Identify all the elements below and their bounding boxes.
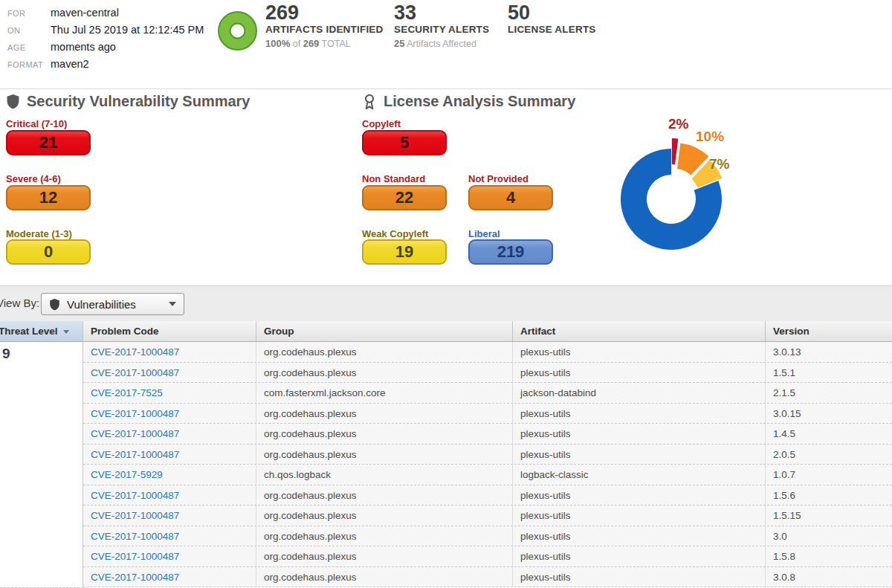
- version-cell: 2.1.5: [766, 383, 892, 403]
- threat-level-group-cell: 9: [0, 342, 83, 588]
- table-row: CVE-2017-1000487org.codehaus.plexusplexu…: [83, 567, 892, 588]
- column-header-problem-code[interactable]: Problem Code: [83, 321, 256, 341]
- donut-label-copyleft-pct: 2%: [668, 116, 688, 132]
- threat-level-header-text: Threat Level: [0, 326, 58, 337]
- chevron-down-icon: [169, 302, 176, 306]
- artifact-cell: plexus-utils: [513, 567, 766, 587]
- meta-value-repository: maven-central: [51, 7, 119, 19]
- critical-label: Critical (7-10): [6, 118, 67, 129]
- award-ribbon-icon: [362, 93, 377, 110]
- donut-label-nonstandard-pct: 10%: [696, 129, 724, 145]
- view-by-dropdown[interactable]: Vulnerabilities: [41, 293, 184, 315]
- group-cell: org.codehaus.plexus: [256, 363, 513, 383]
- problem-code-link[interactable]: CVE-2017-1000487: [83, 445, 256, 465]
- meta-row: FOR maven-central: [7, 7, 204, 24]
- artifact-cell: plexus-utils: [513, 485, 766, 505]
- liberal-count-box: 219: [468, 239, 553, 265]
- security-alerts-subtext: 25 Artifacts Affected: [394, 38, 489, 49]
- weak-copyleft-label: Weak Copyleft: [362, 228, 428, 239]
- security-alerts-count: 33: [394, 4, 489, 22]
- license-alerts-label: LICENSE ALERTS: [508, 24, 596, 35]
- version-cell: 2.0.5: [766, 445, 892, 465]
- non-standard-label: Non Standard: [362, 173, 425, 184]
- artifacts-subtext: 100% of 269 TOTAL: [265, 38, 384, 49]
- group-cell: org.codehaus.plexus: [256, 546, 513, 566]
- table-header: Threat Level Problem Code Group Artifact…: [0, 321, 892, 342]
- problem-code-link[interactable]: CVE-2017-1000487: [83, 485, 256, 505]
- table-row: CVE-2017-1000487org.codehaus.plexusplexu…: [83, 485, 892, 506]
- copyleft-label: Copyleft: [362, 118, 401, 129]
- meta-row: AGE moments ago: [7, 41, 204, 58]
- problem-code-link[interactable]: CVE-2017-1000487: [83, 505, 256, 526]
- severe-count-box: 12: [6, 185, 91, 210]
- artifact-cell: jackson-databind: [513, 383, 766, 403]
- table-row: CVE-2017-1000487org.codehaus.plexusplexu…: [83, 505, 892, 526]
- copyleft-count-box: 5: [362, 130, 447, 155]
- artifacts-label: ARTIFACTS IDENTIFIED: [265, 24, 384, 35]
- license-summary-title: License Analysis Summary: [362, 93, 575, 110]
- problem-code-link[interactable]: CVE-2017-1000487: [83, 363, 256, 383]
- license-summary-title-text: License Analysis Summary: [384, 93, 575, 110]
- meta-label: FOR: [7, 7, 51, 18]
- version-cell: 3.0.8: [766, 567, 892, 587]
- artifact-cell: plexus-utils: [513, 445, 766, 465]
- donut-slice: [672, 138, 679, 164]
- meta-value-format: maven2: [51, 58, 89, 70]
- version-cell: 1.5.15: [766, 505, 892, 526]
- moderate-label: Moderate (1-3): [6, 228, 72, 239]
- artifacts-total-word: TOTAL: [322, 39, 351, 49]
- problem-code-link[interactable]: CVE-2017-1000487: [83, 567, 256, 587]
- table-row: CVE-2017-1000487org.codehaus.plexusplexu…: [83, 424, 892, 445]
- problem-code-link[interactable]: CVE-2017-5929: [83, 465, 256, 485]
- meta-value-date: Thu Jul 25 2019 at 12:12:45 PM: [51, 24, 204, 36]
- stat-artifacts-identified: 269 ARTIFACTS IDENTIFIED 100% of 269 TOT…: [265, 4, 384, 49]
- group-cell: org.codehaus.plexus: [256, 424, 513, 444]
- shield-icon: [6, 94, 20, 109]
- problem-code-link[interactable]: CVE-2017-1000487: [83, 546, 256, 566]
- table-row: CVE-2017-1000487org.codehaus.plexusplexu…: [83, 445, 892, 465]
- artifacts-of: of: [293, 39, 300, 49]
- table-row: CVE-2017-5929ch.qos.logbacklogback-class…: [83, 465, 892, 485]
- problem-code-link[interactable]: CVE-2017-1000487: [83, 342, 256, 362]
- artifact-cell: logback-classic: [513, 465, 766, 485]
- group-cell: org.codehaus.plexus: [256, 445, 513, 465]
- sort-descending-icon: [63, 330, 69, 334]
- critical-count-box: 21: [6, 130, 91, 155]
- severe-label: Severe (4-6): [6, 173, 61, 184]
- artifact-cell: plexus-utils: [513, 363, 766, 383]
- column-header-artifact[interactable]: Artifact: [513, 321, 766, 341]
- version-cell: 1.0.7: [766, 465, 892, 485]
- problem-code-link[interactable]: CVE-2017-7525: [83, 383, 256, 403]
- security-summary-title: Security Vulnerability Summary: [6, 93, 250, 110]
- license-alerts-count: 50: [508, 4, 596, 22]
- table-row: CVE-2017-1000487org.codehaus.plexusplexu…: [83, 404, 892, 424]
- version-cell: 1.4.5: [766, 424, 892, 444]
- table-body: 9 CVE-2017-1000487org.codehaus.plexusple…: [0, 342, 892, 588]
- column-header-threat-level[interactable]: Threat Level: [0, 321, 83, 341]
- stat-security-alerts: 33 SECURITY ALERTS 25 Artifacts Affected: [394, 4, 489, 49]
- artifacts-ring-icon: [216, 10, 259, 52]
- group-cell: org.codehaus.plexus: [256, 526, 513, 546]
- table-row: CVE-2017-1000487org.codehaus.plexusplexu…: [83, 342, 892, 363]
- column-header-version[interactable]: Version: [766, 321, 892, 341]
- artifact-cell: plexus-utils: [513, 404, 766, 424]
- not-provided-count-box: 4: [468, 185, 553, 210]
- moderate-count-box: 0: [6, 239, 91, 265]
- artifact-cell: plexus-utils: [513, 546, 766, 566]
- problem-code-link[interactable]: CVE-2017-1000487: [83, 526, 256, 546]
- artifact-cell: plexus-utils: [513, 342, 766, 362]
- artifacts-total-count: 269: [303, 38, 320, 49]
- report-meta: FOR maven-central ON Thu Jul 25 2019 at …: [7, 7, 204, 75]
- group-cell: org.codehaus.plexus: [256, 567, 513, 587]
- version-cell: 1.5.1: [766, 363, 892, 383]
- problem-code-link[interactable]: CVE-2017-1000487: [83, 424, 256, 444]
- security-alerts-label: SECURITY ALERTS: [394, 24, 489, 35]
- artifact-cell: plexus-utils: [513, 505, 766, 526]
- meta-label: FORMAT: [7, 58, 51, 69]
- group-cell: org.codehaus.plexus: [256, 404, 513, 424]
- meta-label: AGE: [7, 41, 51, 52]
- column-header-group[interactable]: Group: [256, 321, 513, 341]
- problem-code-link[interactable]: CVE-2017-1000487: [83, 404, 256, 424]
- version-cell: 1.5.6: [766, 485, 892, 505]
- table-row: CVE-2017-1000487org.codehaus.plexusplexu…: [83, 363, 892, 384]
